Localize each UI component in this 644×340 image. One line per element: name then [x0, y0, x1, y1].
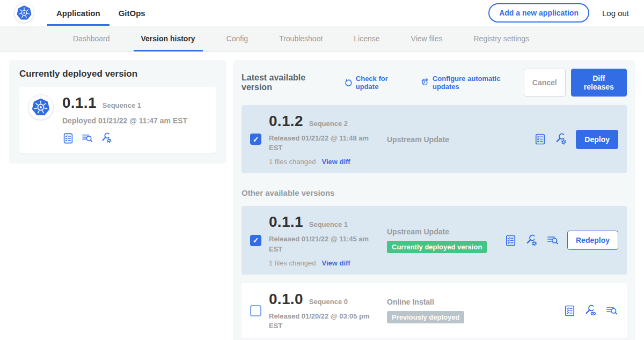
- subtab-version-history-label: Version history: [141, 34, 195, 43]
- subtab-view-files[interactable]: View files: [411, 26, 443, 51]
- other-versions-heading: Other available versions: [241, 188, 627, 197]
- subtab-troubleshoot[interactable]: Troubleshoot: [279, 26, 323, 51]
- released-timestamp: Released 01/21/22 @ 11:48 am EST: [269, 134, 375, 153]
- version-number: 0.1.1: [269, 213, 303, 231]
- subtab-dashboard-label: Dashboard: [73, 34, 110, 43]
- release-notes-icon[interactable]: [504, 234, 517, 247]
- deployed-version-info: 0.1.1 Sequence 1 Deployed 01/21/22 @ 11:…: [62, 94, 187, 144]
- version-actions: Redeploy: [504, 231, 618, 250]
- tab-application-label: Application: [56, 9, 100, 18]
- edit-config-icon[interactable]: [525, 234, 538, 247]
- release-notes-icon[interactable]: [62, 132, 74, 144]
- preflight-results-icon[interactable]: [81, 132, 93, 144]
- deploy-button[interactable]: Deploy: [576, 130, 618, 149]
- preflight-results-icon[interactable]: [546, 234, 559, 247]
- subtab-view-files-label: View files: [411, 34, 443, 43]
- release-notes-icon[interactable]: [534, 133, 546, 145]
- tab-gitops[interactable]: GitOps: [109, 0, 155, 26]
- release-notes-icon[interactable]: [564, 305, 576, 317]
- edit-config-icon[interactable]: [100, 132, 113, 144]
- app-icon-badge: [28, 94, 54, 120]
- app-logo[interactable]: [14, 3, 34, 23]
- sequence-label: Sequence 1: [309, 220, 348, 228]
- version-source-label: Online Install: [387, 298, 564, 306]
- redeploy-button[interactable]: Redeploy: [567, 231, 618, 250]
- top-nav-right: Add a new application Log out: [488, 3, 629, 23]
- edit-config-icon[interactable]: [554, 132, 568, 146]
- configure-automatic-updates-link[interactable]: Configure automatic updates: [420, 75, 524, 91]
- currently-deployed-panel: Currently deployed version 0.1.1 Sequenc…: [9, 60, 226, 164]
- subtab-config[interactable]: Config: [226, 26, 248, 51]
- version-info-column: 0.1.2 Sequence 2 Released 01/21/22 @ 11:…: [269, 113, 387, 166]
- logout-link[interactable]: Log out: [602, 9, 629, 18]
- subtab-dashboard[interactable]: Dashboard: [73, 26, 110, 51]
- subtab-config-label: Config: [226, 34, 248, 43]
- deployed-version-number: 0.1.1: [62, 94, 97, 112]
- released-timestamp: Released 01/20/22 @ 03:05 pm EST: [269, 312, 375, 331]
- subtab-license[interactable]: License: [354, 26, 379, 51]
- version-row-0-1-0: 0.1.0 Sequence 0 Released 01/20/22 @ 03:…: [241, 283, 627, 338]
- view-config-icon[interactable]: [584, 304, 597, 317]
- top-nav-tabs: Application GitOps: [47, 0, 155, 26]
- version-source-label: Upstream Update: [387, 227, 504, 236]
- currently-deployed-badge: Currently deployed version: [387, 241, 487, 253]
- version-number: 0.1.2: [269, 113, 303, 130]
- check-for-update-label: Check for update: [356, 75, 409, 91]
- subtab-version-history[interactable]: Version history: [141, 26, 195, 51]
- version-source-column: Upstream Update Currently deployed versi…: [387, 227, 504, 253]
- currently-deployed-title: Currently deployed version: [19, 69, 216, 79]
- version-source-label: Upstream Update: [387, 135, 534, 144]
- sequence-label: Sequence 0: [309, 298, 348, 306]
- diff-releases-button[interactable]: Diff releases: [571, 69, 627, 97]
- add-application-button[interactable]: Add a new application: [488, 3, 589, 23]
- previously-deployed-badge: Previously deployed: [387, 311, 464, 323]
- version-source-column: Upstream Update: [387, 135, 534, 144]
- app-sub-nav: Dashboard Version history Config Trouble…: [0, 26, 644, 51]
- files-changed-label: 1 files changed: [269, 259, 316, 267]
- sequence-label: Sequence 2: [309, 120, 348, 128]
- released-timestamp: Released 01/21/22 @ 11:45 am EST: [269, 234, 375, 254]
- cancel-button[interactable]: Cancel: [524, 69, 566, 97]
- schedule-update-icon: [420, 78, 429, 87]
- check-for-update-link[interactable]: Check for update: [344, 75, 409, 91]
- files-changed-label: 1 files changed: [269, 158, 316, 166]
- deployed-timestamp: Deployed 01/21/22 @ 11:47 am EST: [62, 116, 187, 125]
- available-versions-panel: Latest available version Check for updat…: [233, 60, 635, 340]
- version-checkbox[interactable]: [250, 134, 261, 145]
- latest-version-header: Latest available version Check for updat…: [241, 69, 627, 97]
- configure-automatic-updates-label: Configure automatic updates: [433, 75, 524, 91]
- subtab-troubleshoot-label: Troubleshoot: [279, 34, 323, 43]
- tab-gitops-label: GitOps: [119, 9, 145, 18]
- version-number: 0.1.0: [269, 291, 303, 308]
- version-row-0-1-2: 0.1.2 Sequence 2 Released 01/21/22 @ 11:…: [241, 105, 627, 173]
- refresh-icon: [344, 78, 353, 87]
- kubernetes-logo-icon: [16, 5, 32, 21]
- view-diff-link[interactable]: View diff: [321, 259, 350, 267]
- main-content: Currently deployed version 0.1.1 Sequenc…: [0, 51, 644, 340]
- version-info-column: 0.1.0 Sequence 0 Released 01/20/22 @ 03:…: [269, 291, 387, 331]
- version-source-column: Online Install Previously deployed: [387, 298, 564, 323]
- version-actions: Deploy: [534, 130, 618, 149]
- subtab-registry-settings[interactable]: Registry settings: [473, 26, 529, 51]
- top-nav: Application GitOps Add a new application…: [0, 0, 644, 26]
- kubernetes-logo-icon: [31, 98, 50, 117]
- version-checkbox[interactable]: [250, 305, 261, 316]
- tab-application[interactable]: Application: [47, 0, 109, 26]
- subtab-registry-settings-label: Registry settings: [473, 34, 529, 43]
- version-checkbox[interactable]: [250, 235, 261, 246]
- currently-deployed-card: 0.1.1 Sequence 1 Deployed 01/21/22 @ 11:…: [19, 87, 216, 153]
- latest-version-title: Latest available version: [241, 73, 333, 92]
- version-info-column: 0.1.1 Sequence 1 Released 01/21/22 @ 11:…: [269, 213, 387, 267]
- deployed-sequence-label: Sequence 1: [103, 101, 141, 109]
- preflight-results-icon[interactable]: [605, 304, 618, 317]
- subtab-license-label: License: [354, 34, 379, 43]
- view-diff-link[interactable]: View diff: [321, 158, 350, 166]
- version-actions: [564, 304, 618, 317]
- version-row-0-1-1: 0.1.1 Sequence 1 Released 01/21/22 @ 11:…: [241, 206, 627, 274]
